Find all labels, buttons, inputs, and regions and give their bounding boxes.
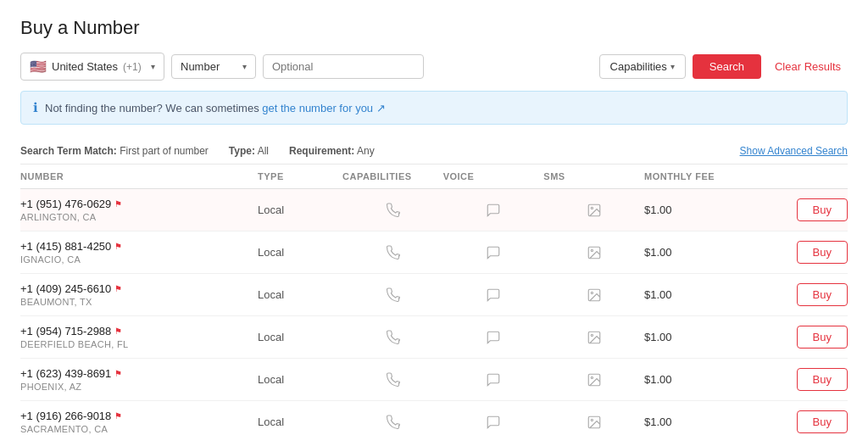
search-button[interactable]: Search — [693, 54, 761, 79]
phone-info-icon: ⚑ — [114, 199, 122, 209]
monthly-fee: $1.00 — [644, 373, 763, 386]
voice-capability-icon — [342, 245, 443, 260]
table-row: +1 (916) 266-9018 ⚑ Sacramento, CA Local… — [20, 401, 848, 435]
sms-capability-icon — [443, 415, 544, 430]
phone-location: Arlington, CA — [20, 212, 258, 222]
phone-number: +1 (916) 266-9018 ⚑ — [20, 410, 258, 422]
phone-type: Local — [258, 246, 342, 259]
phone-location: Deerfield Beach, FL — [20, 339, 258, 349]
sms-column-header: SMS — [543, 171, 644, 181]
svg-point-7 — [591, 334, 593, 336]
voice-capability-icon — [342, 415, 443, 430]
info-icon: ℹ — [33, 100, 38, 115]
phone-type: Local — [258, 204, 342, 216]
buy-button[interactable]: Buy — [797, 241, 848, 264]
mms-capability-icon — [543, 245, 644, 260]
phone-number-table: +1 (951) 476-0629 ⚑ Arlington, CA Local … — [20, 189, 848, 435]
mms-capability-icon — [543, 330, 644, 345]
phone-type: Local — [258, 331, 342, 343]
number-input[interactable] — [263, 54, 424, 79]
advanced-search-link[interactable]: Show Advanced Search — [740, 145, 848, 157]
buy-button[interactable]: Buy — [797, 326, 848, 349]
clear-results-button[interactable]: Clear Results — [768, 55, 848, 78]
type-label: Number — [181, 60, 220, 73]
type-filter-label: Type: All — [229, 145, 269, 157]
phone-number-col: +1 (623) 439-8691 ⚑ Phoenix, AZ — [20, 367, 258, 392]
phone-number: +1 (409) 245-6610 ⚑ — [20, 282, 258, 295]
phone-location: Ignacio, CA — [20, 254, 258, 265]
us-flag-icon: 🇺🇸 — [30, 59, 47, 75]
table-row: +1 (415) 881-4250 ⚑ Ignacio, CA Local $1… — [20, 231, 848, 274]
mms-capability-icon — [543, 203, 644, 218]
capabilities-column-header: Capabilities — [342, 171, 443, 181]
monthly-fee-column-header: Monthly Fee — [644, 171, 763, 181]
capabilities-chevron-icon: ▾ — [670, 62, 675, 71]
phone-number-col: +1 (409) 245-6610 ⚑ Beaumont, TX — [20, 282, 258, 307]
voice-column-header: Voice — [443, 171, 544, 181]
get-number-link[interactable]: get the number for you ↗ — [262, 102, 385, 114]
buy-button-col: Buy — [763, 326, 848, 349]
buy-button[interactable]: Buy — [797, 410, 848, 433]
requirement-filter-label: Requirement: Any — [289, 145, 375, 157]
monthly-fee: $1.00 — [644, 288, 763, 301]
phone-info-icon: ⚑ — [114, 284, 122, 293]
type-chevron-icon: ▾ — [242, 62, 247, 71]
monthly-fee: $1.00 — [644, 331, 763, 343]
phone-type: Local — [258, 288, 342, 301]
buy-button-col: Buy — [763, 198, 848, 221]
buy-button[interactable]: Buy — [797, 198, 848, 221]
sms-capability-icon — [443, 330, 544, 345]
capabilities-button[interactable]: Capabilities ▾ — [599, 54, 686, 79]
phone-type: Local — [258, 415, 342, 428]
table-row: +1 (954) 715-2988 ⚑ Deerfield Beach, FL … — [20, 316, 848, 359]
monthly-fee: $1.00 — [644, 204, 763, 216]
buy-button-col: Buy — [763, 410, 848, 433]
phone-number: +1 (623) 439-8691 ⚑ — [20, 367, 258, 380]
sms-capability-icon — [443, 287, 544, 303]
phone-number-col: +1 (415) 881-4250 ⚑ Ignacio, CA — [20, 240, 258, 265]
type-select[interactable]: Number ▾ — [171, 54, 256, 79]
table-row: +1 (409) 245-6610 ⚑ Beaumont, TX Local $… — [20, 274, 848, 316]
phone-number-col: +1 (916) 266-9018 ⚑ Sacramento, CA — [20, 410, 258, 434]
info-banner-text: Not finding the number? We can sometimes… — [45, 102, 386, 114]
svg-point-3 — [591, 249, 593, 251]
mms-capability-icon — [543, 287, 644, 303]
page-title: Buy a Number — [20, 17, 848, 39]
mms-capability-icon — [543, 372, 644, 388]
phone-number: +1 (951) 476-0629 ⚑ — [20, 198, 258, 210]
monthly-fee: $1.00 — [644, 415, 763, 428]
sms-capability-icon — [443, 245, 544, 260]
svg-point-1 — [591, 207, 593, 209]
search-term-label: Search Term Match: First part of number — [20, 145, 209, 157]
country-label: United States — [52, 60, 118, 73]
country-select[interactable]: 🇺🇸 United States (+1) ▾ — [20, 53, 164, 81]
search-bar: 🇺🇸 United States (+1) ▾ Number ▾ Capabil… — [20, 53, 848, 81]
info-banner: ℹ Not finding the number? We can sometim… — [20, 91, 848, 125]
buy-button[interactable]: Buy — [797, 368, 848, 391]
phone-location: Beaumont, TX — [20, 297, 258, 307]
svg-point-9 — [591, 376, 593, 378]
phone-info-icon: ⚑ — [114, 242, 122, 251]
table-row: +1 (623) 439-8691 ⚑ Phoenix, AZ Local $1… — [20, 359, 848, 401]
phone-location: Phoenix, AZ — [20, 382, 258, 392]
phone-type: Local — [258, 373, 342, 386]
buy-button-col: Buy — [763, 283, 848, 306]
svg-point-11 — [591, 419, 593, 421]
phone-number: +1 (415) 881-4250 ⚑ — [20, 240, 258, 253]
mms-capability-icon — [543, 415, 644, 430]
filter-bar: Search Term Match: First part of number … — [20, 138, 848, 165]
table-header: Number Type Capabilities Voice SMS Month… — [20, 165, 848, 189]
buy-button-col: Buy — [763, 241, 848, 264]
phone-number-col: +1 (954) 715-2988 ⚑ Deerfield Beach, FL — [20, 325, 258, 349]
capabilities-label: Capabilities — [610, 60, 667, 73]
table-row: +1 (951) 476-0629 ⚑ Arlington, CA Local … — [20, 189, 848, 231]
monthly-fee: $1.00 — [644, 246, 763, 259]
buy-button[interactable]: Buy — [797, 283, 848, 306]
voice-capability-icon — [342, 203, 443, 218]
buy-button-col: Buy — [763, 368, 848, 391]
page-container: Buy a Number 🇺🇸 United States (+1) ▾ Num… — [0, 0, 868, 435]
number-column-header: Number — [20, 171, 258, 181]
phone-number: +1 (954) 715-2988 ⚑ — [20, 325, 258, 337]
country-chevron-icon: ▾ — [151, 62, 155, 71]
svg-point-5 — [591, 292, 593, 293]
